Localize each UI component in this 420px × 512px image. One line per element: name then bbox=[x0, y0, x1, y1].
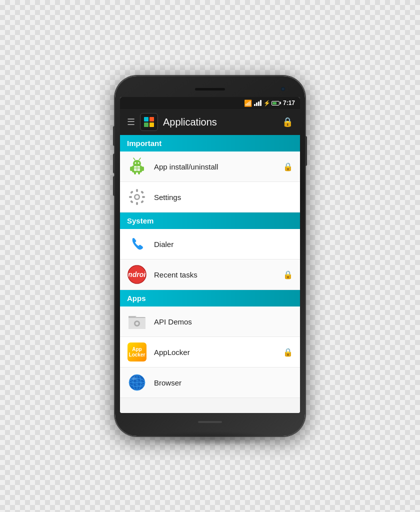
svg-rect-0 bbox=[144, 117, 148, 122]
app-install-label: App install/uninstall bbox=[154, 162, 276, 171]
svg-rect-23 bbox=[130, 190, 134, 194]
settings-icon bbox=[127, 187, 147, 207]
android-icon bbox=[127, 156, 147, 176]
svg-point-10 bbox=[135, 162, 136, 164]
svg-line-12 bbox=[134, 158, 135, 160]
svg-rect-5 bbox=[130, 166, 132, 171]
hamburger-menu-icon[interactable]: ☰ bbox=[127, 116, 135, 128]
svg-text:android: android bbox=[128, 270, 146, 278]
recent-tasks-label: Recent tasks bbox=[154, 270, 276, 279]
battery-icon bbox=[272, 101, 280, 106]
svg-rect-24 bbox=[140, 200, 144, 204]
dialer-icon bbox=[127, 234, 147, 254]
svg-rect-21 bbox=[129, 196, 132, 198]
home-button[interactable] bbox=[198, 421, 222, 423]
phone-call-icon bbox=[130, 236, 144, 252]
list-item[interactable]: API Demos bbox=[120, 306, 300, 337]
svg-rect-2 bbox=[144, 122, 148, 127]
svg-rect-20 bbox=[136, 202, 138, 205]
svg-rect-6 bbox=[142, 166, 144, 171]
svg-point-11 bbox=[138, 162, 140, 164]
section-header-system: System bbox=[120, 212, 300, 229]
list-item[interactable]: android Recent tasks 🔒 bbox=[120, 260, 300, 290]
svg-rect-7 bbox=[134, 172, 136, 174]
folder-icon bbox=[127, 312, 147, 332]
app-title: Applications bbox=[163, 116, 277, 128]
browser-icon bbox=[127, 372, 147, 392]
battery-indicator: ⚡ bbox=[264, 100, 280, 106]
android-logo-svg: android bbox=[128, 265, 146, 284]
android-logo-icon: android bbox=[127, 264, 147, 284]
list-item[interactable]: AppLocker AppLocker 🔒 bbox=[120, 337, 300, 368]
svg-point-18 bbox=[136, 196, 139, 199]
phone-bottom bbox=[120, 415, 300, 429]
speaker bbox=[195, 88, 225, 90]
gear-icon bbox=[128, 188, 146, 206]
svg-rect-26 bbox=[140, 190, 144, 194]
list-item[interactable]: Settings bbox=[120, 182, 300, 212]
status-time: 7:17 bbox=[283, 100, 295, 106]
applocker-label: AppLocker bbox=[154, 348, 276, 356]
svg-rect-1 bbox=[150, 117, 154, 122]
content-list: Important bbox=[120, 135, 300, 413]
phone-shadow bbox=[140, 431, 280, 446]
signal-icon bbox=[254, 100, 262, 106]
svg-point-31 bbox=[136, 322, 138, 325]
settings-label: Settings bbox=[154, 193, 293, 202]
section-header-apps: Apps bbox=[120, 290, 300, 306]
section-header-important: Important bbox=[120, 135, 300, 152]
svg-line-13 bbox=[139, 158, 140, 160]
svg-rect-19 bbox=[136, 189, 138, 192]
svg-point-39 bbox=[132, 377, 136, 380]
applocker-icon: AppLocker bbox=[127, 342, 147, 362]
wifi-icon: 📶 bbox=[244, 100, 252, 107]
header-lock-icon[interactable]: 🔒 bbox=[282, 116, 293, 128]
screen: 📶 ⚡ 7:1 bbox=[120, 97, 300, 413]
svg-rect-3 bbox=[150, 122, 154, 127]
app-toolbar: ☰ Applications 🔒 bbox=[120, 109, 300, 135]
svg-rect-25 bbox=[130, 200, 134, 204]
status-bar: 📶 ⚡ 7:1 bbox=[120, 97, 300, 109]
dialer-label: Dialer bbox=[154, 240, 293, 248]
app-logo bbox=[140, 113, 158, 131]
browser-label: Browser bbox=[154, 378, 293, 387]
recent-tasks-lock-icon: 🔒 bbox=[283, 270, 293, 280]
folder-svg-icon bbox=[128, 313, 146, 330]
applocker-app-icon: AppLocker bbox=[128, 342, 146, 362]
svg-rect-8 bbox=[138, 172, 140, 174]
list-item[interactable]: Browser bbox=[120, 368, 300, 398]
phone-top bbox=[120, 83, 300, 95]
list-item[interactable]: Dialer bbox=[120, 229, 300, 260]
globe-icon bbox=[128, 374, 146, 392]
svg-rect-22 bbox=[142, 196, 145, 198]
app-install-lock-icon: 🔒 bbox=[283, 162, 293, 172]
svg-point-9 bbox=[133, 160, 141, 167]
android-robot-icon bbox=[128, 158, 146, 176]
applocker-lock-icon: 🔒 bbox=[283, 348, 293, 357]
grid-icon bbox=[143, 116, 155, 128]
camera bbox=[281, 87, 285, 91]
phone-device: 📶 ⚡ 7:1 bbox=[115, 76, 305, 436]
list-item[interactable]: App install/uninstall 🔒 bbox=[120, 152, 300, 182]
status-icons: 📶 ⚡ 7:1 bbox=[244, 100, 295, 107]
api-demos-label: API Demos bbox=[154, 318, 293, 326]
